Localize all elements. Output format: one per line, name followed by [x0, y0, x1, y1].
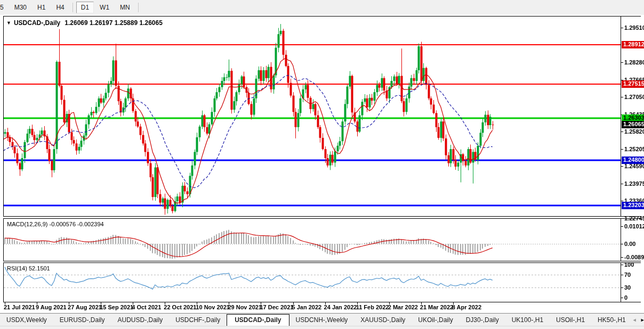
- price-tick-label: 1.22745: [624, 215, 644, 221]
- chart-tab-xauusd-daily[interactable]: XAUUSD-,Daily: [354, 315, 412, 325]
- price-tick-label: 1.25205: [624, 146, 644, 152]
- chart-tab-uk100-h1[interactable]: UK100-,H1: [505, 315, 550, 325]
- toolbar-separator: [138, 3, 139, 12]
- price-tick-label: 1.28280: [624, 59, 644, 65]
- price-level-badge-124800: 1.24800: [622, 157, 644, 164]
- date-tick-label: 11 Feb 2022: [356, 304, 389, 310]
- price-tick-label: 1.29510: [624, 24, 644, 31]
- chart-tab-eurusd-daily[interactable]: EURUSD-,Daily: [53, 315, 111, 325]
- macd-value: -0.000576: [49, 221, 76, 227]
- timeframe-toolbar: 5M30H1H4D1W1MN: [0, 0, 644, 15]
- timeframe-button-m30[interactable]: M30: [10, 2, 31, 13]
- date-tick-label: 22 Oct 2021: [164, 304, 196, 310]
- date-tick-label: 9 Aug 2021: [36, 304, 67, 310]
- chart-dropdown-icon[interactable]: ▼: [6, 20, 11, 26]
- price-axis[interactable]: 1.295101.282801.276651.270501.264351.258…: [622, 15, 644, 313]
- date-tick-label: 5 Jan 2022: [292, 304, 322, 310]
- date-tick-label: 4 Oct 2021: [132, 304, 161, 310]
- chart-symbol-label: USDCAD-,Daily: [14, 19, 60, 27]
- price-tick-label: 1.25820: [624, 128, 644, 135]
- chart-tab-dj30-daily[interactable]: DJ30-,Daily: [460, 315, 505, 325]
- date-tick-label: 17 Dec 2021: [260, 304, 293, 310]
- rsi-axis-label: 70: [624, 272, 631, 278]
- ohlc-open: 1.26069: [65, 19, 87, 27]
- chart-title: ▼USDCAD-,Daily1.26069 1.26197 1.25889 1.…: [6, 19, 163, 27]
- date-axis[interactable]: 21 Jul 20219 Aug 202127 Aug 202115 Sep 2…: [0, 303, 622, 312]
- chart-tabs-bar: USDX,WeeklyEURUSD-,DailyAUDUSD-,DailyUSD…: [0, 313, 644, 326]
- date-tick-label: 2 Mar 2022: [388, 304, 418, 310]
- macd-axis-label: -0.008937: [624, 254, 644, 260]
- date-tick-label: 8 Apr 2022: [452, 304, 481, 310]
- tabs-scroll-left-icon[interactable]: ◄: [632, 317, 637, 323]
- chart-tab-usdcad-daily[interactable]: USDCAD-,Daily: [227, 314, 289, 326]
- ohlc-high: 1.26197: [90, 19, 112, 27]
- price-tick-label: 1.23975: [624, 180, 644, 187]
- price-level-badge-123203: 1.23203: [622, 202, 644, 209]
- chart-tab-usdchf-daily[interactable]: USDCHF-,Daily: [169, 315, 227, 325]
- date-tick-label: 15 Sep 2021: [100, 304, 133, 310]
- chart-tab-ukoil-daily[interactable]: UKOil-,Daily: [412, 315, 459, 325]
- window-bottom-strip: [0, 326, 644, 329]
- price-level-badge-126065: 1.26065: [622, 121, 644, 128]
- rsi-value: 52.1501: [29, 265, 50, 272]
- macd-axis-label: 0.00: [624, 241, 635, 247]
- timeframe-button-mn[interactable]: MN: [115, 2, 135, 13]
- price-tick-label: 1.27050: [624, 94, 644, 100]
- price-level-badge-128912: 1.28912: [622, 41, 644, 48]
- ohlc-close: 1.26065: [139, 19, 162, 27]
- date-tick-label: 24 Jan 2022: [324, 304, 357, 310]
- tabs-scroll-right-icon[interactable]: ►: [640, 317, 644, 323]
- date-tick-label: 27 Aug 2021: [68, 304, 102, 310]
- timeframe-button-5[interactable]: 5: [0, 2, 9, 13]
- rsi-axis-label: 0: [624, 294, 627, 301]
- chart-window: ▼USDCAD-,Daily1.26069 1.26197 1.25889 1.…: [0, 15, 644, 313]
- timeframe-button-d1[interactable]: D1: [76, 2, 94, 13]
- date-tick-label: 21 Jul 2021: [4, 304, 35, 310]
- chart-tab-usdcnh-weekly[interactable]: USDCNH-,Weekly: [289, 315, 355, 325]
- timeframe-button-h1[interactable]: H1: [33, 2, 50, 13]
- chart-tab-usdx-weekly[interactable]: USDX,Weekly: [0, 315, 53, 325]
- timeframe-button-w1[interactable]: W1: [95, 2, 114, 13]
- chart-tab-hk50-h1[interactable]: HK50-,H1: [591, 315, 632, 325]
- ohlc-low: 1.25889: [115, 19, 138, 27]
- chart-tab-usoil-h1[interactable]: USOil-,H1: [550, 315, 591, 325]
- rsi-axis-label: 30: [624, 284, 631, 291]
- macd-indicator-label: MACD(12,26,9) -0.000576 -0.002394: [7, 221, 104, 227]
- macd-signal-value: -0.002394: [77, 221, 104, 227]
- macd-axis-label: 0.010127: [624, 223, 644, 229]
- timeframe-button-h4[interactable]: H4: [51, 2, 69, 13]
- rsi-indicator-label: RSI(14) 52.1501: [7, 265, 50, 272]
- date-tick-label: 10 Nov 2021: [196, 304, 230, 310]
- toolbar-separator: [73, 3, 73, 12]
- chart-tab-audusd-daily[interactable]: AUDUSD-,Daily: [111, 315, 169, 325]
- date-tick-label: 29 Nov 2021: [228, 304, 262, 310]
- price-level-badge-127515: 1.27515: [622, 80, 644, 88]
- price-chart-canvas[interactable]: [0, 15, 644, 313]
- date-tick-label: 21 Mar 2022: [420, 304, 453, 310]
- trading-app-window: 5M30H1H4D1W1MN ▼USDCAD-,Daily1.26069 1.2…: [0, 0, 644, 329]
- rsi-axis-label: 100: [624, 261, 634, 268]
